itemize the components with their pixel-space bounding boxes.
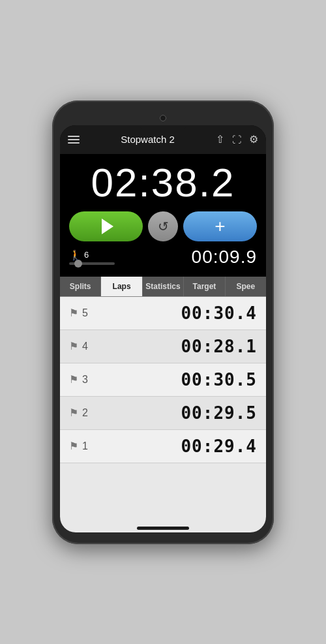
lap-label: ⚑4 (69, 340, 88, 352)
tab-target[interactable]: Target (184, 277, 225, 296)
expand-icon[interactable]: ⛶ (232, 135, 241, 144)
tab-laps[interactable]: Laps (101, 277, 142, 296)
lap-row[interactable]: ⚑500:30.4 (60, 297, 266, 330)
app-title: Stopwatch 2 (121, 134, 175, 145)
lap-time: 00:30.5 (181, 370, 257, 390)
timer-area: 02:38.2 ↺ + 🚶 6 (60, 154, 266, 277)
camera (160, 115, 166, 121)
sub-timer: 00:09.9 (192, 247, 257, 268)
walker-row: 🚶 6 (69, 249, 115, 261)
lap-number: 5 (82, 307, 88, 319)
menu-icon[interactable] (68, 136, 80, 144)
top-bar: Stopwatch 2 ⇧ ⛶ ⚙ (60, 125, 266, 154)
share-icon[interactable]: ⇧ (216, 134, 224, 145)
main-timer: 02:38.2 (69, 161, 257, 205)
reset-button[interactable]: ↺ (148, 211, 178, 241)
flag-icon: ⚑ (69, 340, 78, 352)
speaker-top (140, 125, 186, 129)
play-button[interactable] (69, 211, 143, 241)
lap-number: 4 (82, 341, 88, 352)
settings-icon[interactable]: ⚙ (249, 134, 258, 145)
speaker-bottom (137, 527, 189, 530)
lap-plus-icon: + (215, 216, 225, 237)
flag-icon: ⚑ (69, 440, 78, 452)
lap-row[interactable]: ⚑400:28.1 (60, 330, 266, 363)
lap-label: ⚑5 (69, 307, 88, 319)
lap-row[interactable]: ⚑300:30.5 (60, 363, 266, 397)
slider-bar[interactable] (69, 262, 115, 265)
lap-row[interactable]: ⚑200:29.5 (60, 397, 266, 430)
tab-speed[interactable]: Spee (226, 277, 266, 296)
lap-time: 00:29.4 (181, 437, 257, 456)
lap-label: ⚑3 (69, 373, 88, 386)
sub-row: 🚶 6 00:09.9 (69, 247, 257, 273)
flag-icon: ⚑ (69, 406, 78, 419)
tab-splits[interactable]: Splits (60, 277, 101, 296)
flag-icon: ⚑ (69, 307, 78, 319)
lap-button[interactable]: + (183, 211, 257, 241)
top-bar-actions: ⇧ ⛶ ⚙ (216, 134, 258, 145)
walker-count: 6 (84, 250, 89, 260)
lap-number: 2 (82, 407, 88, 419)
reset-icon: ↺ (158, 219, 169, 234)
lap-time: 00:29.5 (181, 403, 257, 423)
phone-device: Stopwatch 2 ⇧ ⛶ ⚙ 02:38.2 ↺ + (52, 100, 274, 544)
laps-list: ⚑500:30.4⚑400:28.1⚑300:30.5⚑200:29.5⚑100… (60, 297, 266, 532)
tab-statistics[interactable]: Statistics (143, 277, 184, 296)
slider-thumb (74, 260, 82, 268)
lap-label: ⚑2 (69, 406, 88, 419)
controls-row: ↺ + (69, 211, 257, 241)
lap-time: 00:30.4 (181, 303, 257, 323)
lap-label: ⚑1 (69, 440, 88, 452)
walker-info: 🚶 6 (69, 249, 115, 265)
lap-number: 3 (82, 374, 88, 386)
phone-screen: Stopwatch 2 ⇧ ⛶ ⚙ 02:38.2 ↺ + (60, 125, 266, 532)
lap-row[interactable]: ⚑100:29.4 (60, 430, 266, 463)
play-icon (102, 219, 113, 234)
flag-icon: ⚑ (69, 373, 78, 386)
tabs-row: Splits Laps Statistics Target Spee (60, 277, 266, 297)
lap-time: 00:28.1 (181, 337, 257, 356)
lap-number: 1 (82, 440, 88, 452)
walker-icon: 🚶 (69, 249, 82, 261)
